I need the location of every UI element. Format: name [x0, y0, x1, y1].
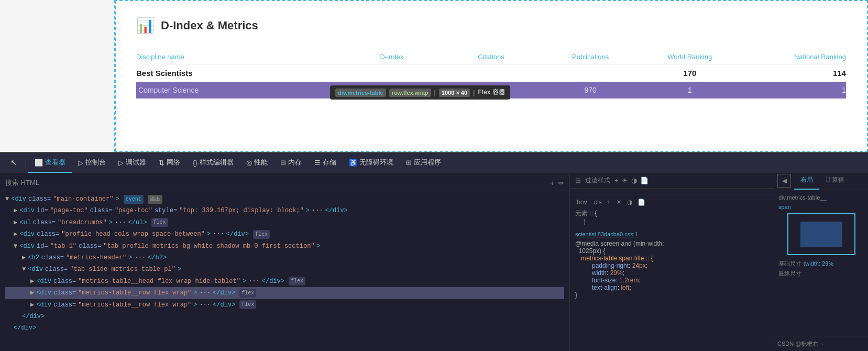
tree-line-close-div: </div> — [5, 311, 564, 322]
style-editor-icon: {} — [193, 159, 197, 167]
tooltip-size: 1000 × 40 — [439, 89, 470, 97]
console-btn[interactable]: ▷ 控制台 — [72, 153, 112, 173]
add-rule-icon[interactable]: + — [614, 177, 619, 184]
tree-line-metrics-row-1[interactable]: ▶ <div class="metrics-table__row flex wr… — [5, 287, 564, 299]
debugger-label: 调试器 — [126, 158, 146, 167]
tree-line-metrics-head[interactable]: ▶ <div class="metrics-table__head flex w… — [5, 276, 564, 287]
html-tree[interactable]: ▼ <div class="main-container" > event 溢出… — [0, 191, 569, 336]
applications-btn[interactable]: ⊞ 应用程序 — [400, 153, 447, 173]
html-panel[interactable]: 搜索 HTML + ✏ ▼ <div class="main-container… — [0, 173, 569, 351]
performance-icon: ◎ — [246, 159, 252, 167]
doc-icon[interactable]: 📄 — [640, 177, 649, 184]
tree-line-profile-head[interactable]: ▶ <div class="profile-head cols wrap spa… — [5, 228, 564, 240]
css-source-link[interactable]: scientist.83dacba0.css:1 — [575, 231, 768, 238]
data-national: 1 — [740, 86, 846, 94]
basic-size-value: (width: 29% — [804, 260, 833, 267]
styles-panel[interactable]: ⊟ 过滤样式 + ☀ ◑ 📄 :hov .cls + ☀ ◑ 📄 — [569, 173, 774, 351]
devtools-toolbar: ↖ ⬜ 查看器 ▷ 控制台 ▷ 调试器 ⇅ 网络 {} 样式编辑器 ◎ 性能 ⊟ — [0, 152, 868, 173]
tree-line-main-container[interactable]: ▼ <div class="main-container" > event 溢出 — [5, 193, 564, 205]
accessibility-label: 无障碍环境 — [359, 158, 393, 167]
layout-element-selector: div.metrics-table__ — [778, 194, 864, 201]
media-query-block: @media screen and (min-width: 1025px) { … — [575, 240, 768, 299]
add-node-icon[interactable]: + — [550, 179, 554, 187]
layout-content: div.metrics-table__ span 基础尺寸 (width: 29… — [774, 190, 868, 336]
filter-icon: ⊟ — [575, 177, 581, 184]
tree-line-close-div2: </div> — [5, 322, 564, 334]
styles-content: :hov .cls + ☀ ◑ 📄 元素 :: { } scientist.83… — [570, 194, 774, 351]
accessibility-btn[interactable]: ♿ 无障碍环境 — [343, 153, 400, 173]
memory-label: 内存 — [288, 158, 302, 167]
col-header-dindex: D-index — [342, 53, 442, 61]
best-scientists-row: Best Scientists 170 114 div.metrics-tabl… — [136, 67, 846, 80]
network-btn[interactable]: ⇅ 网络 — [152, 153, 186, 173]
tooltip-tag2: row.flex.wrap — [389, 89, 431, 97]
tree-line-breadcrumbs[interactable]: ▶ <ul class="breadcrumbs" > ··· </ul> fl… — [5, 217, 564, 228]
cursor-tool-btn[interactable]: ↖ — [4, 153, 24, 173]
element-header: 元素 :: { — [575, 209, 768, 218]
span-label: span — [778, 204, 864, 210]
col-header-discipline: Discipline name — [136, 53, 342, 61]
storage-btn[interactable]: ☰ 存储 — [308, 153, 343, 173]
element-tooltip: div.metrics-table row.flex.wrap | 1000 ×… — [330, 85, 510, 100]
style-editor-btn[interactable]: {} 样式编辑器 — [186, 153, 240, 173]
tree-line-h2[interactable]: ▶ <h2 class="metrics-header" > ··· </h2> — [5, 252, 564, 264]
layout-inner-box — [800, 222, 842, 247]
filter-action-icons: + ☀ ◑ 📄 — [614, 177, 649, 184]
layout-back-btn[interactable]: ◀ — [777, 174, 791, 188]
tree-line-metrics-row-2[interactable]: ▶ <div class="metrics-table__row flex wr… — [5, 299, 564, 311]
preview-content: 📊 D-Index & Metrics Discipline name D-in… — [114, 0, 868, 152]
best-scientists-label: Best Scientists — [136, 69, 342, 78]
preview-sidebar — [0, 0, 114, 152]
network-icon: ⇅ — [159, 159, 164, 167]
selected-element-label: :hov .cls + ☀ ◑ 📄 — [575, 199, 768, 206]
style-editor-label: 样式编辑器 — [200, 158, 234, 167]
css-selector-text: .metrics-table span.title :: { — [575, 255, 768, 262]
chart-icon: 📊 — [136, 17, 155, 34]
col-header-citations: Citations — [442, 53, 541, 61]
tree-line-page-toc[interactable]: ▶ <div id="page-toc" class="page-toc" st… — [5, 205, 564, 216]
css-font-size: font-size: 1.2rem; — [575, 277, 768, 284]
layout-outer-box — [787, 213, 855, 255]
csdn-footer: CSDN @枇杷右→ — [774, 336, 868, 351]
tooltip-divider2: | — [473, 89, 475, 96]
pick-element-icon[interactable]: ✏ — [558, 179, 564, 187]
sun-icon[interactable]: ☀ — [622, 177, 628, 184]
basic-size-section: 基础尺寸 (width: 29% — [778, 259, 864, 268]
layout-tab-label: 布局 — [800, 176, 813, 183]
storage-icon: ☰ — [314, 159, 321, 167]
devtools-panel: ↖ ⬜ 查看器 ▷ 控制台 ▷ 调试器 ⇅ 网络 {} 样式编辑器 ◎ 性能 ⊟ — [0, 152, 868, 351]
css-file-link[interactable]: scientist.83dacba0.css:1 — [575, 231, 638, 237]
data-publications: 970 — [541, 86, 640, 94]
element-brace-open: :: { — [589, 210, 597, 217]
table-header-row: Discipline name D-index Citations Public… — [136, 50, 846, 64]
debugger-btn[interactable]: ▷ 调试器 — [112, 153, 152, 173]
tab-placeholder — [570, 189, 585, 194]
metrics-header: 📊 D-Index & Metrics — [136, 17, 846, 34]
html-search-bar: 搜索 HTML + ✏ — [0, 175, 569, 191]
debugger-icon: ▷ — [118, 159, 124, 167]
accessibility-icon: ♿ — [349, 159, 357, 167]
memory-btn[interactable]: ⊟ 内存 — [274, 153, 308, 173]
layout-tab-layout[interactable]: 布局 — [794, 173, 819, 190]
inspector-icon: ⬜ — [35, 159, 43, 167]
search-action-icons: + ✏ — [550, 179, 564, 187]
element-closing: } — [575, 218, 768, 225]
layout-tab-computed[interactable]: 计算值 — [819, 173, 851, 190]
applications-label: 应用程序 — [414, 158, 441, 167]
css-text-align: text-align: left; — [575, 284, 768, 291]
element-css-block: 元素 :: { } — [575, 209, 768, 225]
filter-label: 过滤样式 — [585, 176, 610, 185]
applications-icon: ⊞ — [406, 159, 412, 167]
moon-icon[interactable]: ◑ — [631, 177, 637, 184]
csdn-label: CSDN @枇杷右→ — [777, 341, 824, 347]
tooltip-divider: | — [434, 89, 436, 96]
tree-line-tab-slide[interactable]: ▼ <div class="tab-slide metrics-table pl… — [5, 264, 564, 275]
performance-btn[interactable]: ◎ 性能 — [240, 153, 274, 173]
data-world: 1 — [640, 86, 740, 94]
layout-panel: ◀ 布局 计算值 div.metrics-table__ span — [774, 173, 868, 351]
inspector-btn[interactable]: ⬜ 查看器 — [28, 153, 72, 173]
css-closing: } — [575, 291, 768, 299]
tree-line-tab-1[interactable]: ▼ <div id="tab-1" class="tab profile-met… — [5, 240, 564, 252]
layout-tabs: ◀ 布局 计算值 — [774, 173, 868, 190]
console-label: 控制台 — [85, 158, 106, 167]
